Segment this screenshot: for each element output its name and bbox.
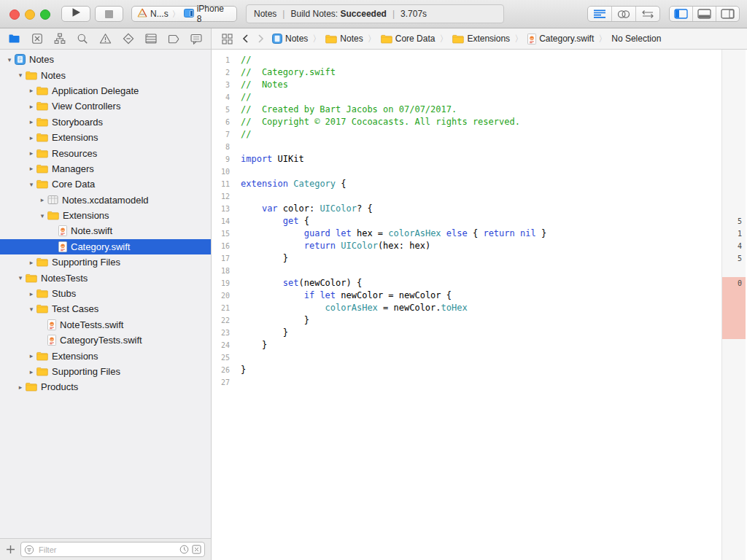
stop-button[interactable]: [95, 6, 123, 22]
line-number[interactable]: 1: [212, 54, 230, 66]
close-window-button[interactable]: [9, 9, 20, 20]
line-number[interactable]: 5: [212, 104, 230, 116]
code-line[interactable]: 10: [212, 166, 721, 178]
code-line[interactable]: 11extension Category {: [212, 178, 721, 190]
line-number[interactable]: 13: [212, 203, 230, 215]
disclosure-triangle-icon[interactable]: ▸: [26, 118, 36, 125]
line-number[interactable]: 10: [212, 166, 230, 178]
scheme-selector[interactable]: N...s 〉 iPhone 8: [131, 6, 237, 22]
code-line[interactable]: 18: [212, 265, 721, 277]
code-line[interactable]: 15 guard let hex = colorAsHex else { ret…: [212, 228, 721, 240]
line-number[interactable]: 12: [212, 190, 230, 203]
tree-row[interactable]: Note.swift: [0, 223, 211, 238]
line-number[interactable]: 8: [212, 141, 230, 153]
disclosure-triangle-icon[interactable]: ▸: [26, 259, 36, 266]
disclosure-triangle-icon[interactable]: ▸: [26, 290, 36, 298]
disclosure-triangle-icon[interactable]: ▸: [37, 196, 47, 203]
disclosure-triangle-icon[interactable]: ▸: [26, 352, 36, 359]
find-navigator-icon[interactable]: [74, 30, 91, 47]
breadcrumb-item[interactable]: Notes: [272, 34, 308, 44]
line-number[interactable]: 15: [212, 228, 230, 240]
device-name[interactable]: iPhone 8: [197, 4, 231, 24]
tree-row[interactable]: ▸Application Delegate: [0, 83, 211, 98]
breadcrumb-item[interactable]: No Selection: [611, 34, 661, 44]
scheme-name[interactable]: N...s: [150, 9, 169, 19]
line-number[interactable]: 26: [212, 364, 230, 376]
tree-row[interactable]: CategoryTests.swift: [0, 332, 211, 348]
code-line[interactable]: 12: [212, 190, 721, 203]
source-control-navigator-icon[interactable]: [28, 30, 46, 47]
tree-row[interactable]: ▸Managers: [0, 161, 211, 176]
code-line[interactable]: 26}: [212, 364, 721, 376]
recent-files-icon[interactable]: [179, 545, 189, 554]
line-number[interactable]: 17: [212, 252, 230, 265]
filter-field[interactable]: [20, 542, 205, 557]
tree-row[interactable]: ▾Extensions: [0, 208, 211, 223]
code-line[interactable]: 24 }: [212, 339, 721, 351]
code-line[interactable]: 2// Category.swift: [212, 66, 721, 79]
tree-row[interactable]: ▾Test Cases: [0, 301, 211, 316]
disclosure-triangle-icon[interactable]: ▾: [26, 181, 36, 188]
code-line[interactable]: 27: [212, 376, 721, 389]
tree-row[interactable]: ▾Core Data: [0, 176, 211, 192]
line-number[interactable]: 2: [212, 66, 230, 79]
line-number[interactable]: 14: [212, 215, 230, 228]
disclosure-triangle-icon[interactable]: ▸: [26, 87, 36, 94]
version-editor-button[interactable]: [636, 7, 659, 21]
breadcrumb-item[interactable]: Category.swift: [527, 34, 594, 44]
line-number[interactable]: 9: [212, 153, 230, 166]
code-line[interactable]: 4//: [212, 91, 721, 104]
line-number[interactable]: 20: [212, 289, 230, 302]
tree-row[interactable]: ▸Storyboards: [0, 114, 211, 130]
standard-editor-button[interactable]: [588, 7, 612, 21]
line-number[interactable]: 11: [212, 178, 230, 190]
line-number[interactable]: 7: [212, 128, 230, 141]
tree-row[interactable]: ▾Notes: [0, 52, 211, 67]
disclosure-triangle-icon[interactable]: ▸: [26, 368, 36, 376]
related-items-button[interactable]: [222, 34, 233, 44]
breakpoint-navigator-icon[interactable]: [165, 30, 182, 47]
code-line[interactable]: 7//: [212, 128, 721, 141]
line-number[interactable]: 24: [212, 339, 230, 351]
disclosure-triangle-icon[interactable]: ▸: [26, 134, 36, 141]
line-number[interactable]: 18: [212, 265, 230, 277]
line-number[interactable]: 25: [212, 351, 230, 364]
code-line[interactable]: 13 var color: UIColor? {: [212, 203, 721, 215]
code-line[interactable]: 19 set(newColor) {: [212, 277, 721, 289]
tree-row[interactable]: ▸Supporting Files: [0, 364, 211, 379]
disclosure-triangle-icon[interactable]: ▸: [26, 103, 36, 110]
toggle-debug-area-button[interactable]: [693, 7, 716, 21]
disclosure-triangle-icon[interactable]: ▸: [26, 165, 36, 172]
tree-row[interactable]: ▸Resources: [0, 145, 211, 160]
code-line[interactable]: 6// Copyright © 2017 Cocoacasts. All rig…: [212, 116, 721, 128]
line-number[interactable]: 22: [212, 314, 230, 327]
assistant-editor-button[interactable]: [612, 7, 636, 21]
code-line[interactable]: 3// Notes: [212, 79, 721, 91]
test-navigator-icon[interactable]: [120, 30, 137, 47]
code-line[interactable]: 16 return UIColor(hex: hex): [212, 240, 721, 252]
issue-navigator-icon[interactable]: [96, 30, 114, 47]
code-line[interactable]: 1//: [212, 54, 721, 66]
project-navigator-icon[interactable]: [6, 30, 23, 47]
disclosure-triangle-icon[interactable]: ▾: [26, 306, 36, 313]
line-number[interactable]: 27: [212, 376, 230, 389]
code-line[interactable]: 22 }: [212, 314, 721, 327]
tree-row[interactable]: ▾NotesTests: [0, 270, 211, 285]
breadcrumb-item[interactable]: Extensions: [452, 34, 510, 44]
line-number[interactable]: 21: [212, 302, 230, 314]
symbol-navigator-icon[interactable]: [51, 30, 69, 47]
line-number[interactable]: 4: [212, 91, 230, 104]
add-button[interactable]: [6, 545, 15, 554]
tree-row[interactable]: NoteTests.swift: [0, 317, 211, 332]
filter-input[interactable]: [37, 545, 177, 555]
go-back-button[interactable]: [241, 34, 249, 44]
code-line[interactable]: 14 get {: [212, 215, 721, 228]
zoom-window-button[interactable]: [40, 9, 50, 20]
tree-row[interactable]: ▸Extensions: [0, 348, 211, 363]
tree-row[interactable]: ▸Extensions: [0, 130, 211, 145]
disclosure-triangle-icon[interactable]: ▾: [15, 71, 26, 79]
toggle-inspectors-button[interactable]: [716, 7, 739, 21]
breadcrumb-item[interactable]: Notes: [325, 34, 363, 44]
source-editor[interactable]: 1//2// Category.swift3// Notes4//5// Cre…: [212, 50, 747, 560]
code-line[interactable]: 9import UIKit: [212, 153, 721, 166]
